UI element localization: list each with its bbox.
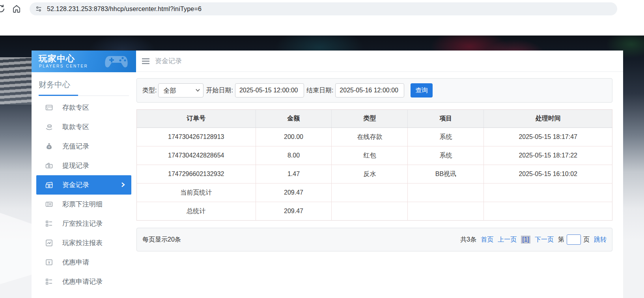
summary-empty xyxy=(484,184,612,202)
sidebar-subtitle: PLAYERS CENTER xyxy=(39,64,88,68)
end-date-input[interactable] xyxy=(335,83,404,97)
sidebar-header: 玩家中心 PLAYERS CENTER xyxy=(32,51,136,72)
browser-toolbar: 52.128.231.253:8783/hhcp/usercenter.html… xyxy=(0,0,644,18)
sidebar-item-funds-record[interactable]: 资金记录 xyxy=(36,175,131,195)
home-icon[interactable] xyxy=(12,4,21,13)
filter-bar: 类型: 全部 开始日期: 结束日期: 查询 xyxy=(136,78,612,103)
summary-empty xyxy=(332,202,408,221)
sidebar-item-label: 提现记录 xyxy=(62,161,89,170)
sidebar-item-withdrawal-record[interactable]: 提现记录 xyxy=(32,156,136,175)
sidebar-item-label: 优惠申请记录 xyxy=(62,277,103,286)
sidebar-item-deposit-zone[interactable]: 存款专区 xyxy=(32,98,136,117)
sidebar-item-label: 资金记录 xyxy=(62,180,89,189)
total-count-text: 共3条 xyxy=(460,236,476,244)
sidebar-item-label: 厅室投注记录 xyxy=(62,219,103,228)
sidebar-item-label: 优惠申请 xyxy=(62,258,89,267)
jump-prefix-label: 第 xyxy=(558,236,564,244)
cell-item: 系统 xyxy=(408,146,484,165)
moneybag-icon: ¥ xyxy=(45,142,53,150)
cell-order-no: 1747304242828654 xyxy=(137,146,256,165)
chevron-right-icon xyxy=(120,182,126,187)
svg-text:¥: ¥ xyxy=(48,261,50,265)
header-order-no: 订单号 xyxy=(137,110,256,128)
funds-icon xyxy=(45,181,53,189)
sidebar-item-withdraw-zone[interactable]: 取款专区 xyxy=(32,117,136,137)
pagination-bar: 每页显示20条 共3条 首页 上一页 [1] 下一页 第 页 跳转 xyxy=(136,228,612,251)
site-settings-icon[interactable] xyxy=(35,6,42,13)
sidebar-item-label: 玩家投注报表 xyxy=(62,238,103,247)
gamepad-icon xyxy=(104,52,132,71)
promo-envelope-icon: ¥ xyxy=(45,259,53,266)
cell-amount: 8.00 xyxy=(256,146,332,165)
banknote-icon xyxy=(45,162,53,169)
table-row: 1747304242828654 8.00 红包 系统 2025-05-15 1… xyxy=(137,146,612,165)
first-page-link[interactable]: 首页 xyxy=(481,236,493,244)
sidebar-item-label: 彩票下注明细 xyxy=(62,200,103,209)
records-table: 订单号 金额 类型 项目 处理时间 1747304267128913 200.0… xyxy=(136,109,612,221)
list-icon xyxy=(45,278,53,285)
summary-empty xyxy=(484,202,612,221)
summary-empty xyxy=(332,184,408,202)
reload-icon[interactable] xyxy=(0,4,6,13)
header-item: 项目 xyxy=(408,110,484,128)
address-bar[interactable]: 52.128.231.253:8783/hhcp/usercenter.html… xyxy=(30,2,617,15)
header-amount: 金额 xyxy=(256,110,332,128)
cell-type: 反水 xyxy=(332,165,408,184)
query-button[interactable]: 查询 xyxy=(411,83,433,97)
withdraw-hand-icon xyxy=(45,123,53,131)
hamburger-menu-icon[interactable] xyxy=(142,58,149,64)
sidebar-item-player-bet-report[interactable]: 玩家投注报表 xyxy=(32,233,136,253)
page-background: 玩家中心 PLAYERS CENTER 财务中心 存款专区 xyxy=(0,36,644,298)
end-date-label: 结束日期: xyxy=(306,86,333,95)
sidebar: 玩家中心 PLAYERS CENTER 财务中心 存款专区 xyxy=(32,51,136,298)
sidebar-item-recharge-record[interactable]: ¥ 充值记录 xyxy=(32,137,136,156)
cell-type: 红包 xyxy=(332,146,408,165)
sidebar-item-lottery-bet-detail[interactable]: 彩票下注明细 xyxy=(32,195,136,214)
start-date-label: 开始日期: xyxy=(206,86,233,95)
page-size-text: 每页显示20条 xyxy=(142,236,181,244)
url-text: 52.128.231.253:8783/hhcp/usercenter.html… xyxy=(47,6,202,13)
type-select[interactable]: 全部 xyxy=(158,83,203,97)
deposit-card-icon xyxy=(45,104,53,111)
prev-page-link[interactable]: 上一页 xyxy=(498,236,517,244)
sidebar-section-underline xyxy=(39,95,129,96)
page-title: 资金记录 xyxy=(155,56,182,66)
sidebar-item-promo-apply[interactable]: ¥ 优惠申请 xyxy=(32,253,136,272)
ticket-icon xyxy=(45,201,53,208)
table-summary-row-page: 当前页统计 209.47 xyxy=(137,184,612,202)
sidebar-item-promo-apply-record[interactable]: 优惠申请记录 xyxy=(32,272,136,291)
main-content: 资金记录 类型: 全部 开始日期: 结束日期: 查询 xyxy=(136,51,623,298)
list-icon xyxy=(45,220,53,227)
cell-item: 系统 xyxy=(408,128,484,146)
svg-text:¥: ¥ xyxy=(48,145,50,149)
table-row: 1747304267128913 200.00 在线存款 系统 2025-05-… xyxy=(137,128,612,146)
cell-time: 2025-05-15 18:17:47 xyxy=(484,128,612,146)
cell-type: 在线存款 xyxy=(332,128,408,146)
cell-item: BB视讯 xyxy=(408,165,484,184)
type-label: 类型: xyxy=(142,86,157,95)
sidebar-menu: 存款专区 取款专区 ¥ 充值记录 xyxy=(32,98,136,291)
sidebar-item-label: 存款专区 xyxy=(62,103,89,112)
table-row: 1747296602132932 1.47 反水 BB视讯 2025-05-15… xyxy=(137,165,612,184)
table-header-row: 订单号 金额 类型 项目 处理时间 xyxy=(137,110,612,128)
sidebar-item-label: 充值记录 xyxy=(62,142,89,151)
cell-time: 2025-05-15 16:10:02 xyxy=(484,165,612,184)
header-type: 类型 xyxy=(332,110,408,128)
next-page-link[interactable]: 下一页 xyxy=(535,236,554,244)
start-date-input[interactable] xyxy=(235,83,304,97)
jump-page-input[interactable] xyxy=(567,234,581,245)
summary-empty xyxy=(408,202,484,221)
sidebar-item-hall-bet-record[interactable]: 厅室投注记录 xyxy=(32,214,136,233)
summary-amount: 209.47 xyxy=(256,202,332,221)
table-summary-row-total: 总统计 209.47 xyxy=(137,202,612,221)
current-page-badge: [1] xyxy=(521,236,530,244)
background-streaks xyxy=(0,57,36,105)
jump-suffix-label: 页 xyxy=(583,236,590,244)
header-process-time: 处理时间 xyxy=(484,110,612,128)
sidebar-title: 玩家中心 xyxy=(39,53,75,65)
sidebar-section-title: 财务中心 xyxy=(39,79,136,90)
cell-order-no: 1747296602132932 xyxy=(137,165,256,184)
sidebar-item-label: 取款专区 xyxy=(62,122,89,131)
jump-link[interactable]: 跳转 xyxy=(594,236,607,244)
chart-icon xyxy=(45,239,53,247)
